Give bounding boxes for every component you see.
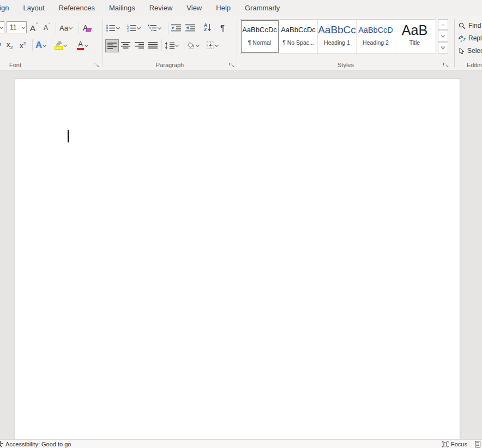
tab-help[interactable]: Help — [209, 0, 238, 16]
tab-layout[interactable]: Layout — [16, 0, 51, 16]
chevron-down-icon — [0, 25, 4, 30]
chevron-down-icon — [214, 43, 219, 48]
align-left-icon — [107, 43, 117, 49]
borders-button[interactable] — [207, 39, 219, 52]
styles-dialog-launcher[interactable] — [443, 62, 449, 68]
font-size-value: 11 — [7, 23, 21, 31]
shrink-font-icon: A — [44, 24, 48, 32]
justify-button[interactable] — [147, 39, 159, 52]
style-name: ¶ Normal — [248, 39, 271, 46]
style-no-spacing[interactable]: AaBbCcDc ¶ No Spac... — [279, 20, 318, 53]
change-case-button[interactable]: Aa — [59, 21, 73, 34]
font-color-button[interactable]: A — [77, 39, 89, 52]
style-name: Heading 2 — [363, 39, 389, 46]
grow-font-button[interactable]: A ˆ — [30, 21, 38, 34]
multilevel-list-button[interactable] — [148, 21, 162, 34]
text-caret — [68, 130, 69, 142]
line-spacing-button[interactable] — [165, 39, 179, 52]
style-heading-1[interactable]: AaBbCc Heading 1 — [318, 20, 357, 53]
strikethrough-button[interactable]: ab — [0, 39, 4, 52]
gallery-scroll-down-button[interactable] — [438, 31, 448, 41]
align-right-button[interactable] — [133, 39, 146, 52]
multilevel-list-icon — [148, 24, 157, 32]
style-preview: AaB — [402, 23, 427, 37]
chevron-down-icon — [157, 26, 162, 31]
cursor-arrow-icon — [459, 47, 465, 55]
bullets-icon — [106, 24, 116, 32]
chevron-down-icon — [174, 43, 179, 48]
style-preview: AaBbCcD — [358, 23, 393, 37]
chevron-down-icon — [84, 43, 89, 48]
editing-group: Find b c Replace Select Editing — [456, 16, 482, 70]
select-label: Select — [467, 47, 482, 55]
change-case-icon: Aa — [59, 24, 68, 32]
font-name-combo[interactable] — [0, 21, 4, 33]
style-name: ¶ No Spac... — [282, 39, 314, 46]
group-separator — [103, 19, 103, 67]
style-preview: AaBbCc — [318, 23, 356, 37]
text-effects-icon: A — [35, 40, 42, 51]
accessibility-icon — [0, 441, 4, 447]
replace-button[interactable]: b c Replace — [459, 34, 482, 42]
align-left-button[interactable] — [105, 39, 119, 52]
tab-references[interactable]: References — [52, 0, 102, 16]
chevron-up-icon — [441, 22, 445, 27]
tab-grammarly[interactable]: Grammarly — [238, 0, 287, 16]
align-center-button[interactable] — [119, 39, 132, 52]
style-name: Title — [409, 39, 420, 46]
style-heading-2[interactable]: AaBbCcD Heading 2 — [357, 20, 395, 53]
font-size-combo[interactable]: 11 — [7, 21, 27, 33]
tab-view[interactable]: View — [179, 0, 209, 16]
svg-text:3: 3 — [127, 29, 129, 32]
increase-indent-button[interactable] — [185, 21, 196, 34]
chevron-down-icon — [195, 43, 200, 48]
superscript-icon: x2 — [20, 41, 26, 50]
select-button[interactable]: Select — [459, 47, 482, 55]
accessibility-status[interactable]: Accessibility: Good to go — [0, 440, 71, 448]
tab-review[interactable]: Review — [142, 0, 180, 16]
tab-design[interactable]: Design — [0, 0, 16, 16]
font-group-label: Font — [0, 62, 101, 68]
separator — [161, 39, 162, 51]
paragraph-group: 1 2 3 — [104, 16, 236, 70]
shrink-font-button[interactable]: A ˇ — [44, 21, 50, 34]
document-page[interactable] — [15, 78, 460, 440]
decrease-indent-button[interactable] — [171, 21, 182, 34]
sort-button[interactable]: AZ — [204, 21, 212, 34]
separator — [32, 39, 33, 51]
gallery-more-button[interactable] — [438, 43, 448, 53]
read-mode-icon[interactable] — [475, 441, 480, 447]
shading-button[interactable] — [187, 39, 200, 52]
eraser-icon — [86, 28, 92, 32]
line-spacing-icon — [165, 42, 174, 49]
font-color-icon: A — [77, 40, 84, 50]
font-dialog-launcher[interactable] — [93, 62, 99, 68]
focus-label[interactable]: Focus — [451, 441, 467, 447]
bullets-button[interactable] — [106, 21, 120, 34]
style-normal[interactable]: AaBbCcDc ¶ Normal — [240, 20, 279, 53]
text-effects-button[interactable]: A — [35, 39, 47, 52]
strikethrough-icon: ab — [0, 40, 1, 48]
highlight-color-bar — [55, 46, 63, 50]
ribbon: 11 A ˆ A ˇ Aa A ab x2 x2 — [0, 16, 482, 70]
tab-mailings[interactable]: Mailings — [102, 0, 142, 16]
subscript-button[interactable]: x2 — [7, 39, 13, 52]
style-title[interactable]: AaB Title — [395, 20, 434, 53]
superscript-button[interactable]: x2 — [20, 39, 26, 52]
paragraph-group-label: Paragraph — [104, 62, 236, 68]
style-name: Heading 1 — [324, 39, 350, 46]
text-highlight-button[interactable] — [55, 39, 68, 52]
svg-text:c: c — [461, 38, 463, 41]
paragraph-dialog-launcher[interactable] — [228, 62, 234, 68]
caret-up-icon: ˆ — [36, 22, 38, 28]
clear-formatting-button[interactable]: A — [83, 21, 91, 34]
align-right-icon — [135, 42, 144, 49]
numbering-button[interactable]: 1 2 3 — [127, 21, 141, 34]
paint-bucket-icon — [187, 42, 195, 49]
style-preview: AaBbCcDc — [281, 23, 316, 37]
show-formatting-marks-button[interactable]: ¶ — [220, 21, 225, 34]
find-button[interactable]: Find — [459, 22, 481, 29]
borders-icon — [207, 41, 214, 49]
editing-group-label: Editing — [467, 62, 482, 68]
gallery-scroll-up-button[interactable] — [438, 19, 448, 30]
